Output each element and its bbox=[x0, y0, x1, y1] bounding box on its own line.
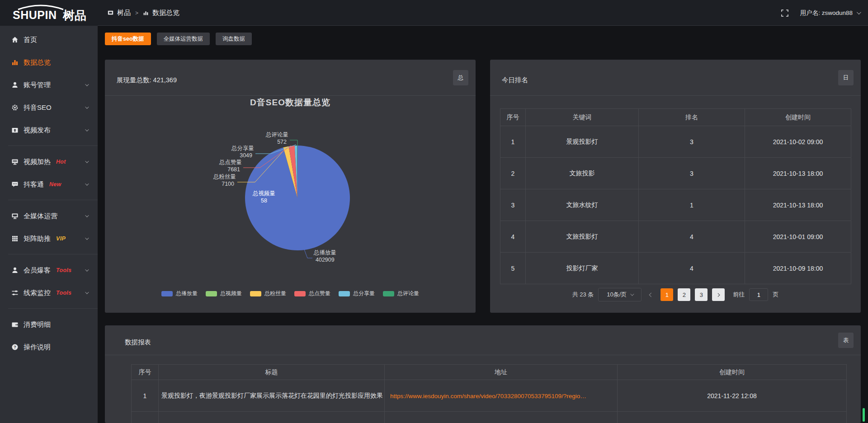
chevron-down-icon bbox=[85, 236, 89, 240]
cell-created bbox=[618, 412, 847, 423]
new-badge: New bbox=[49, 181, 61, 188]
tab-inquiry[interactable]: 询盘数据 bbox=[216, 33, 252, 45]
page-button-1[interactable]: 1 bbox=[660, 288, 673, 301]
breadcrumb-current: 数据总览 bbox=[152, 9, 179, 17]
chart-legend: 总播放量总视频量总粉丝量总点赞量总分享量总评论量 bbox=[105, 290, 476, 297]
sidebar-item-lead-monitor[interactable]: 线索监控 Tools bbox=[0, 282, 98, 304]
label-line-总播放量 bbox=[304, 249, 312, 258]
chevron-down-icon bbox=[85, 290, 89, 294]
svg-text:?: ? bbox=[14, 345, 16, 349]
tab-media-ops[interactable]: 全媒体运营数据 bbox=[157, 33, 210, 45]
cell-created: 2021-10-13 18:00 bbox=[745, 189, 851, 221]
rank-panel: 今日排名 日 序号 关键词 排名 创建时间 1 景观投影灯 3 2021-10-… bbox=[490, 60, 861, 313]
legend-item-总评论量[interactable]: 总评论量 bbox=[383, 290, 419, 297]
page-button-3[interactable]: 3 bbox=[695, 288, 708, 301]
chevron-down-icon bbox=[85, 105, 89, 108]
breadcrumb: 树品 > 数据总览 bbox=[108, 0, 179, 26]
pie-label-总播放量: 总播放量402909 bbox=[313, 249, 336, 263]
rank-panel-header: 今日排名 日 bbox=[490, 60, 861, 96]
sidebar-item-label: 视频加热 bbox=[24, 158, 51, 166]
legend-item-总播放量[interactable]: 总播放量 bbox=[161, 290, 198, 297]
report-panel: 数据报表 表 序号 标题 地址 创建时间 1 景观投影灯，夜游景观投影灯厂家展示… bbox=[105, 325, 861, 423]
chat-bubble-icon bbox=[11, 181, 19, 188]
report-table: 序号 标题 地址 创建时间 1 景观投影灯，夜游景观投影灯厂家展示展示落花灯在花… bbox=[131, 364, 847, 423]
legend-swatch bbox=[250, 291, 261, 296]
username-menu[interactable]: 用户名: zswodun88 bbox=[800, 9, 860, 17]
sidebar-item-douketong[interactable]: 抖客通 New bbox=[0, 173, 98, 196]
sidebar-item-account[interactable]: 账号管理 bbox=[0, 74, 98, 96]
sidebar-item-matrix-boost[interactable]: 矩阵助推 VIP bbox=[0, 227, 98, 250]
publish-icon bbox=[11, 127, 19, 134]
scrollbar-thumb[interactable] bbox=[863, 408, 865, 422]
sidebar-item-expense-detail[interactable]: 消费明细 bbox=[0, 313, 98, 336]
chevron-down-icon bbox=[85, 268, 89, 271]
page-size-select[interactable]: 10条/页 bbox=[598, 288, 642, 301]
cell-rank: 3 bbox=[639, 158, 745, 189]
col-no: 序号 bbox=[500, 109, 526, 126]
col-no: 序号 bbox=[132, 365, 159, 380]
report-mode-button[interactable]: 表 bbox=[838, 333, 854, 348]
sidebar-divider bbox=[8, 200, 98, 200]
rank-mode-button[interactable]: 日 bbox=[838, 70, 854, 85]
col-created: 创建时间 bbox=[618, 365, 847, 380]
cell-created: 2021-10-13 18:00 bbox=[745, 158, 851, 189]
user-icon bbox=[11, 81, 19, 89]
next-page-button[interactable] bbox=[712, 288, 725, 301]
legend-label: 总分享量 bbox=[353, 290, 375, 297]
pagination: 共 23 条 10条/页 1 2 3 前往 页 bbox=[490, 288, 861, 301]
legend-item-总分享量[interactable]: 总分享量 bbox=[339, 290, 375, 297]
tab-douyin-seo[interactable]: 抖音seo数据 bbox=[105, 33, 151, 45]
sidebar-item-help[interactable]: ? 操作说明 bbox=[0, 336, 98, 358]
cell-no: 2 bbox=[500, 158, 526, 189]
chevron-down-icon bbox=[857, 10, 861, 14]
chevron-down-icon bbox=[85, 82, 89, 86]
pie-label-总点赞量: 总点赞量7681 bbox=[219, 159, 242, 173]
user-icon bbox=[11, 267, 19, 274]
table-row: 3 文旅水纹灯 1 2021-10-13 18:00 bbox=[500, 189, 851, 221]
pie-label-总分享量: 总分享量3049 bbox=[231, 145, 254, 159]
goto-unit: 页 bbox=[773, 291, 778, 299]
username-label: 用户名: zswodun88 bbox=[800, 9, 853, 17]
video-link[interactable]: https://www.iesdouyin.com/share/video/70… bbox=[390, 393, 586, 400]
bar-chart-icon bbox=[143, 10, 149, 16]
cell-rank: 4 bbox=[639, 221, 745, 253]
sidebar-item-data-overview[interactable]: 数据总览 bbox=[0, 51, 98, 74]
fullscreen-icon[interactable] bbox=[781, 9, 788, 17]
sidebar-item-video-heat[interactable]: 视频加热 Hot bbox=[0, 150, 98, 173]
pagination-total: 共 23 条 bbox=[572, 291, 594, 299]
chevron-down-icon bbox=[85, 213, 89, 217]
sidebar-item-media-ops[interactable]: 全媒体运营 bbox=[0, 205, 98, 227]
sidebar-item-home[interactable]: 首页 bbox=[0, 28, 98, 51]
cell-keyword: 景观投影灯 bbox=[526, 126, 639, 158]
table-row: 5 投影灯厂家 4 2021-10-09 18:00 bbox=[500, 253, 851, 284]
sidebar-item-label: 视频发布 bbox=[24, 126, 51, 135]
legend-item-总视频量[interactable]: 总视频量 bbox=[206, 290, 242, 297]
sidebar-item-label: 全媒体运营 bbox=[24, 212, 57, 221]
cell-created: 2021-11-22 12:08 bbox=[618, 380, 847, 412]
legend-item-总粉丝量[interactable]: 总粉丝量 bbox=[250, 290, 286, 297]
sidebar-item-label: 会员爆客 bbox=[24, 266, 51, 275]
breadcrumb-separator: > bbox=[135, 10, 138, 16]
col-url: 地址 bbox=[385, 365, 618, 380]
question-circle-icon: ? bbox=[11, 343, 19, 351]
sidebar-divider bbox=[8, 254, 98, 254]
chevron-down-icon bbox=[85, 182, 89, 185]
sidebar-item-label: 抖客通 bbox=[24, 180, 44, 189]
logo-text-en: SHUPIN bbox=[13, 9, 57, 21]
goto-page-input[interactable] bbox=[749, 288, 768, 301]
rank-table: 序号 关键词 排名 创建时间 1 景观投影灯 3 2021-10-02 09:0… bbox=[500, 108, 851, 284]
sidebar-item-label: 操作说明 bbox=[24, 343, 51, 352]
cell-title bbox=[159, 412, 385, 423]
legend-item-总点赞量[interactable]: 总点赞量 bbox=[294, 290, 330, 297]
gear-icon bbox=[11, 104, 19, 111]
cell-no bbox=[132, 412, 159, 423]
cell-no: 1 bbox=[500, 126, 526, 158]
sidebar-item-member-burst[interactable]: 会员爆客 Tools bbox=[0, 259, 98, 282]
page-button-2[interactable]: 2 bbox=[678, 288, 690, 301]
col-keyword: 关键词 bbox=[526, 109, 639, 126]
sidebar-item-video-publish[interactable]: 视频发布 bbox=[0, 119, 98, 141]
sidebar-item-douyin-seo[interactable]: 抖音SEO bbox=[0, 96, 98, 119]
breadcrumb-home[interactable]: 树品 bbox=[117, 9, 131, 17]
prev-page-button[interactable] bbox=[646, 293, 656, 296]
cell-title: 景观投影灯，夜游景观投影灯厂家展示展示落花灯在花园里的灯光投影应用效果 # bbox=[159, 380, 385, 412]
